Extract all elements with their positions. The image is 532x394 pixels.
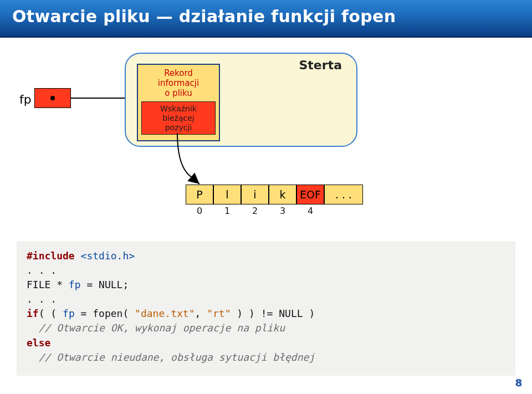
file-record-box: Rekord informacji o pliku Wskaźnik bieżą… [137, 64, 220, 141]
buf-index: 1 [213, 206, 241, 216]
buf-index: 3 [269, 206, 296, 216]
position-pointer-box: Wskaźnik bieżącej pozycji [141, 101, 216, 135]
pointer-dot-icon [50, 96, 55, 100]
fp-label: fp [19, 93, 32, 106]
page-number: 8 [515, 377, 522, 388]
fp-pointer-box [34, 88, 71, 108]
buf-index: 0 [186, 206, 213, 216]
buf-index: 4 [296, 206, 324, 216]
heap-region: Sterta Rekord informacji o pliku Wskaźni… [125, 53, 357, 147]
buf-index: 2 [241, 206, 269, 216]
slide-title: Otwarcie pliku — działanie funkcji fopen [0, 0, 532, 33]
record-title: Rekord informacji o pliku [141, 68, 216, 98]
buf-cell: P [186, 185, 213, 204]
code-snippet: #include <stdio.h> . . . FILE * fp = NUL… [17, 241, 515, 376]
buf-cell: i [241, 185, 269, 204]
title-bar: Otwarcie pliku — działanie funkcji fopen [0, 0, 532, 38]
buf-cell-trail: . . . [324, 185, 363, 204]
file-buffer-strip: P l i k EOF . . . 0 1 2 3 4 [186, 185, 363, 216]
buf-cell: k [269, 185, 296, 204]
diagram-area: fp Sterta Rekord informacji o pliku Wska… [0, 47, 532, 230]
buf-cell: l [213, 185, 241, 204]
heap-label: Sterta [299, 58, 342, 72]
buf-cell-eof: EOF [296, 185, 324, 204]
